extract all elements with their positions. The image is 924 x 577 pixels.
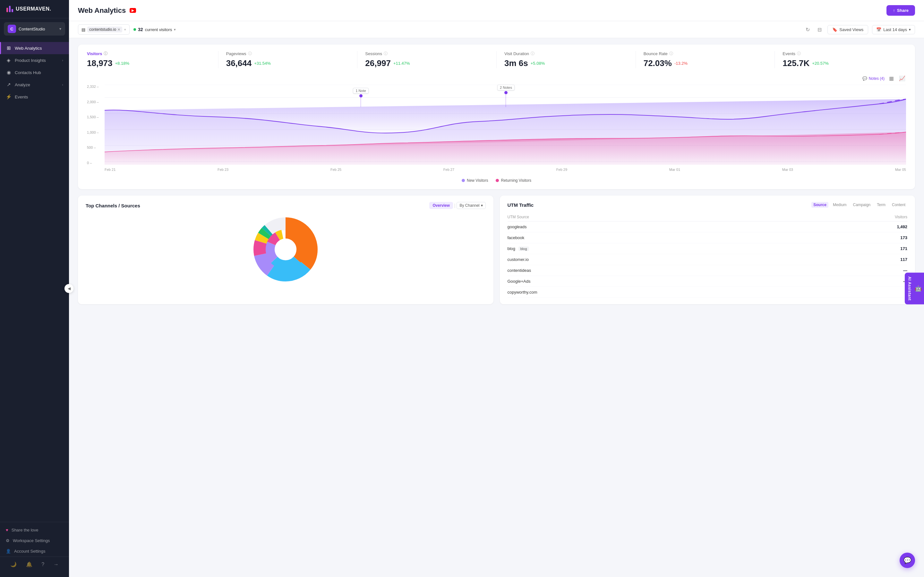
stat-bounce-rate: Bounce Rate ⓘ 72.03% -13.2%: [636, 51, 775, 68]
utm-tab-source[interactable]: Source: [811, 202, 829, 208]
chart-header: 💬 Notes (4) ▦ 📈: [87, 75, 906, 82]
date-range-button[interactable]: 📅 Last 14 days ▾: [872, 25, 915, 34]
notifications-icon[interactable]: 🔔: [25, 560, 34, 569]
note-pin-2[interactable]: 2 Notes: [497, 85, 515, 107]
sidebar-item-label: Events: [15, 95, 28, 99]
logo-icon: [6, 6, 13, 12]
workspace-selector[interactable]: C ContentStudio ▾: [4, 22, 65, 35]
notes-label: Notes (4): [869, 76, 885, 81]
share-button[interactable]: ↑ Share: [887, 5, 915, 16]
stat-duration-label: Visit Duration ⓘ: [504, 51, 628, 56]
stat-visit-duration: Visit Duration ⓘ 3m 6s +5.08%: [497, 51, 636, 68]
date-range-label: Last 14 days: [883, 27, 907, 32]
x-label-mar03: Mar 03: [782, 168, 793, 171]
help-icon[interactable]: ?: [40, 560, 45, 569]
sidebar-item-events[interactable]: ⚡ Events: [0, 91, 69, 103]
ai-assistant-button[interactable]: 🤖 AI Assistant: [905, 273, 924, 305]
by-channel-button[interactable]: By Channel ▾: [457, 202, 485, 209]
utm-title: UTM Traffic: [507, 202, 534, 208]
date-chevron-icon: ▾: [909, 27, 911, 32]
utm-source-copyworthy: copyworthy.com: [507, 290, 537, 295]
domain-remove-icon[interactable]: ✕: [118, 27, 120, 32]
main-content: Web Analytics ▶ ↑ Share ▤ contentstudio.…: [69, 0, 924, 577]
channels-overview-tab[interactable]: Overview: [429, 202, 453, 209]
workspace-settings-item[interactable]: ⚙ Workspace Settings: [0, 535, 69, 546]
channels-card: Top Channels / Sources Overview | By Cha…: [78, 195, 493, 304]
sidebar-item-label: Analyze: [15, 82, 30, 87]
account-settings-item[interactable]: 👤 Account Settings: [0, 546, 69, 556]
utm-tab-campaign[interactable]: Campaign: [851, 202, 873, 208]
duration-info-icon[interactable]: ⓘ: [531, 51, 535, 56]
y-label-2332: 2,332 –: [87, 85, 105, 89]
x-label-mar01: Mar 01: [669, 168, 680, 171]
sidebar-item-web-analytics[interactable]: ⊞ Web Analytics: [0, 42, 69, 54]
domain-name: contentstudio.io: [89, 27, 116, 32]
pageviews-info-icon[interactable]: ⓘ: [248, 51, 252, 56]
stat-pageviews: Pageviews ⓘ 36,644 +31.54%: [218, 51, 358, 68]
theme-toggle-icon[interactable]: 🌙: [9, 560, 18, 569]
utm-visitors-contentideas: —: [903, 268, 907, 273]
share-love-item[interactable]: ♥ Share the love: [0, 525, 69, 535]
account-settings-icon: 👤: [6, 549, 11, 554]
logo-bar-1: [6, 8, 8, 12]
bounce-info-icon[interactable]: ⓘ: [669, 51, 673, 56]
workspace-settings-label: Workspace Settings: [13, 538, 50, 543]
tab-separator: |: [454, 203, 456, 208]
y-label-2000: 2,000 –: [87, 100, 105, 104]
sessions-info-icon[interactable]: ⓘ: [384, 51, 388, 56]
filter-button[interactable]: ⊟: [816, 25, 824, 34]
channels-title: Top Channels / Sources: [86, 203, 140, 208]
utm-row-1: facebook 173: [507, 232, 908, 243]
utm-card-header: UTM Traffic Source Medium Campaign Term …: [507, 202, 908, 208]
page-title: Web Analytics: [78, 6, 126, 15]
sidebar-item-label: Contacts Hub: [15, 70, 41, 75]
stat-events-label: Events ⓘ: [782, 51, 906, 56]
donut-chart-area: [86, 214, 486, 285]
share-love-label: Share the love: [11, 528, 39, 532]
refresh-button[interactable]: ↻: [804, 25, 812, 34]
notes-button[interactable]: 💬 Notes (4): [863, 76, 885, 81]
line-chart-icon[interactable]: 📈: [898, 75, 906, 82]
chat-bubble-button[interactable]: 💬: [900, 553, 915, 568]
note-1-dot: [359, 94, 363, 97]
note-2-line: [506, 94, 506, 107]
sidebar-collapse-button[interactable]: ◀: [65, 284, 73, 293]
utm-tab-content[interactable]: Content: [890, 202, 907, 208]
logo-area: USERMAVEN.: [0, 0, 69, 18]
x-label-feb23: Feb 23: [218, 168, 228, 171]
utm-tab-term[interactable]: Term: [875, 202, 887, 208]
utm-visitors-googleads: 1,492: [897, 224, 907, 229]
events-info-icon[interactable]: ⓘ: [797, 51, 801, 56]
note-1-line: [360, 97, 361, 107]
logout-icon[interactable]: →: [52, 560, 60, 569]
note-pin-1[interactable]: 1 Note: [353, 88, 368, 107]
chart-area: 2,332 – 2,000 – 1,500 – 1,000 – 500 – 0 …: [87, 85, 906, 174]
events-icon: ⚡: [6, 94, 11, 100]
bar-chart-icon[interactable]: ▦: [888, 75, 895, 82]
new-visitors-legend-dot: [462, 179, 465, 182]
utm-tabs: Source Medium Campaign Term Content: [811, 202, 907, 208]
visitors-info-icon[interactable]: ⓘ: [103, 51, 107, 56]
page-header: Web Analytics ▶ ↑ Share: [69, 0, 924, 21]
legend-returning-visitors: Returning Visitors: [496, 178, 531, 183]
sidebar-item-analyze[interactable]: ↗ Analyze ›: [0, 79, 69, 91]
account-settings-label: Account Settings: [14, 549, 45, 554]
utm-tab-medium[interactable]: Medium: [831, 202, 849, 208]
workspace-chevron-icon: ▾: [59, 27, 61, 31]
product-insights-icon: ◈: [6, 57, 11, 63]
stats-chart-card: Visitors ⓘ 18,973 +8.18% Pageviews ⓘ 36,…: [78, 45, 915, 189]
stat-events-value: 125.7K +20.57%: [782, 58, 906, 68]
current-visitors-badge[interactable]: 32 current visitors ▾: [134, 27, 176, 32]
saved-views-button[interactable]: 🔖 Saved Views: [827, 25, 868, 34]
legend-new-visitors: New Visitors: [462, 178, 488, 183]
sessions-change: +11.47%: [393, 61, 410, 66]
x-label-feb21: Feb 21: [105, 168, 115, 171]
domain-selector[interactable]: ▤ contentstudio.io ✕ ▾: [78, 24, 129, 35]
saved-views-label: Saved Views: [839, 27, 863, 32]
utm-row-0: googleads 1,492: [507, 221, 908, 232]
sidebar-item-product-insights[interactable]: ◈ Product Insights ›: [0, 54, 69, 66]
sidebar-bottom: ♥ Share the love ⚙ Workspace Settings 👤 …: [0, 522, 69, 577]
bottom-section: Top Channels / Sources Overview | By Cha…: [78, 195, 915, 304]
x-label-mar05: Mar 05: [895, 168, 906, 171]
sidebar-item-contacts-hub[interactable]: ◉ Contacts Hub: [0, 66, 69, 79]
